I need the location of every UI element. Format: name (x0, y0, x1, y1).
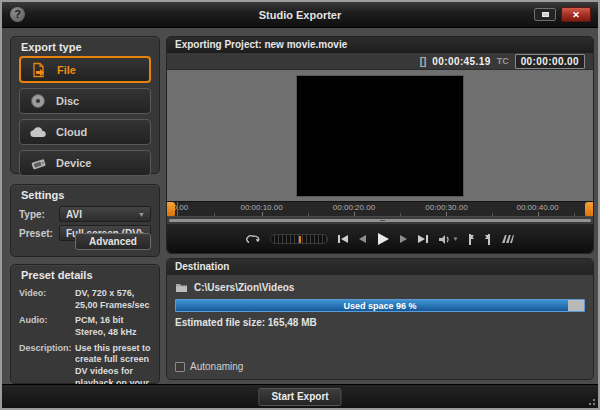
destination-panel: Destination C:\Users\Zion\Videos Used sp… (166, 258, 594, 380)
used-space-bar: Used space 96 % (175, 299, 585, 312)
play-button[interactable] (376, 232, 390, 246)
titlebar: ? Studio Exporter ✕ (2, 2, 598, 28)
3d-view-icon[interactable] (501, 234, 514, 244)
audio-value: PCM, 16 bit Stereo, 48 kHz (75, 315, 151, 338)
estimated-file-size: Estimated file size: 165,48 MB (175, 317, 585, 328)
used-space-label: Used space 96 % (176, 300, 584, 312)
export-type-device-button[interactable]: Device (19, 150, 151, 176)
folder-icon (175, 282, 188, 293)
disc-icon (20, 93, 56, 109)
studio-exporter-window: ? Studio Exporter ✕ Export type File Dis… (0, 0, 600, 410)
export-type-device-label: Device (56, 157, 91, 169)
settings-panel: Settings Type: AVI ▼ Preset: Full screen… (10, 184, 160, 257)
type-dropdown[interactable]: AVI ▼ (59, 206, 151, 222)
preset-label: Preset: (19, 228, 59, 239)
range-duration-icon: [] (420, 56, 427, 67)
loop-playback-icon[interactable] (246, 234, 261, 245)
chevron-down-icon: ▼ (138, 211, 145, 218)
go-to-start-icon[interactable] (337, 234, 349, 244)
settings-header: Settings (11, 185, 159, 204)
export-type-disc-button[interactable]: Disc (19, 88, 151, 114)
export-type-cloud-label: Cloud (56, 126, 87, 138)
export-type-file-label: File (57, 64, 76, 76)
export-type-panel: Export type File Disc Cloud Device (10, 36, 160, 174)
type-label: Type: (19, 209, 59, 220)
video-frame (296, 75, 464, 197)
close-button[interactable]: ✕ (561, 7, 591, 22)
tc-label: TC (497, 56, 509, 66)
audio-label: Audio: (19, 315, 75, 338)
playhead[interactable] (177, 202, 178, 216)
timeline-ruler[interactable]: 00:00:00.00 00:00:10.00 00:00:20.00 00:0… (167, 201, 593, 216)
preview-area (167, 70, 593, 201)
chevron-down-icon: ▼ (453, 236, 459, 242)
range-duration-value: 00:00:45.19 (432, 56, 490, 67)
autonaming-checkbox[interactable] (175, 362, 185, 372)
autonaming-label: Autonaming (190, 361, 243, 372)
mark-in-icon[interactable] (467, 234, 475, 245)
video-label: Video: (19, 288, 75, 311)
ruler-label: 00:00:40.00 (516, 203, 558, 212)
export-type-file-button[interactable]: File (19, 56, 151, 83)
video-row: Video: DV, 720 x 576, 25,00 Frames/sec (19, 288, 151, 311)
exporting-project-title: Exporting Project: new movie.movie (167, 37, 593, 53)
trim-out-handle[interactable] (585, 202, 593, 216)
export-type-disc-label: Disc (56, 95, 79, 107)
type-value: AVI (66, 207, 82, 222)
preset-details-panel: Preset details Video: DV, 720 x 576, 25,… (10, 264, 160, 384)
step-forward-icon[interactable] (399, 234, 408, 244)
jog-shuttle-slider[interactable] (270, 234, 328, 244)
timecode-field[interactable]: 00:00:00.00 (515, 54, 585, 69)
minimize-button[interactable] (534, 8, 556, 21)
cloud-icon (20, 126, 56, 138)
autonaming-option[interactable]: Autonaming (175, 361, 243, 372)
destination-path: C:\Users\Zion\Videos (194, 282, 294, 293)
mark-out-icon[interactable] (484, 234, 492, 245)
device-icon (20, 157, 56, 170)
destination-header: Destination (167, 259, 593, 275)
video-value: DV, 720 x 576, 25,00 Frames/sec (75, 288, 151, 311)
ruler-label: 00:00:20.00 (333, 203, 375, 212)
timecode-row: [] 00:00:45.19 TC 00:00:00.00 (167, 53, 593, 70)
step-back-icon[interactable] (358, 234, 367, 244)
export-type-header: Export type (11, 37, 159, 56)
playback-controls: ▼ (167, 224, 593, 253)
window-title: Studio Exporter (2, 2, 598, 28)
footer-bar: Start Export (2, 384, 598, 408)
advanced-button[interactable]: Advanced (75, 233, 151, 250)
start-export-button[interactable]: Start Export (258, 388, 341, 406)
speaker-icon (438, 234, 451, 245)
preview-panel: Exporting Project: new movie.movie [] 00… (166, 36, 594, 254)
resize-grip-icon[interactable] (585, 395, 595, 405)
preset-details-header: Preset details (11, 265, 159, 284)
file-icon (21, 62, 57, 78)
volume-control[interactable]: ▼ (438, 234, 459, 245)
export-type-cloud-button[interactable]: Cloud (19, 119, 151, 145)
minimize-icon (542, 12, 549, 17)
audio-row: Audio: PCM, 16 bit Stereo, 48 kHz (19, 315, 151, 338)
timeline-scrollbar[interactable] (167, 216, 593, 224)
ruler-label: 00:00:10.00 (240, 203, 282, 212)
destination-path-row[interactable]: C:\Users\Zion\Videos (175, 282, 585, 293)
trim-in-handle[interactable] (167, 202, 175, 216)
go-to-end-icon[interactable] (417, 234, 429, 244)
ruler-label: 00:00:30.00 (425, 203, 467, 212)
